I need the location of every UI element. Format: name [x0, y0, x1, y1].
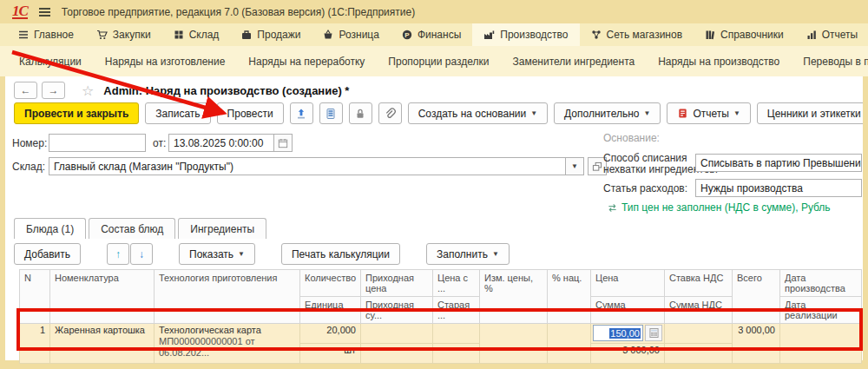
cell-n[interactable]: 1: [20, 324, 50, 364]
expense-item-input[interactable]: Нужды производства: [695, 179, 862, 197]
more-actions-button[interactable]: Дополнительно▼: [554, 102, 661, 124]
cell-quantity[interactable]: 20,000: [300, 324, 361, 344]
menu-item-store-network[interactable]: Сеть магазинов: [580, 23, 694, 46]
cell-price-change[interactable]: [480, 324, 548, 364]
calendar-button[interactable]: [273, 134, 293, 152]
calendar-icon: [278, 138, 288, 148]
submenu-item-production-transfers[interactable]: Переводы в производство: [803, 56, 868, 68]
cell-incoming-sum[interactable]: [361, 344, 433, 364]
fill-button[interactable]: Заполнить▼: [426, 243, 510, 265]
post-button[interactable]: Провести: [217, 102, 284, 124]
cell-technology[interactable]: Технологическая картаМП0000000000001 от …: [155, 324, 300, 364]
cart-icon: [96, 30, 108, 40]
submenu-item-cutting-proportions[interactable]: Пропорции разделки: [388, 56, 489, 68]
price-type-link[interactable]: Тип цен не заполнен (НДС в сумме), Рубль: [608, 201, 831, 214]
show-button[interactable]: Показать▼: [179, 243, 255, 265]
menu-item-catalogs[interactable]: Справочники: [694, 23, 795, 46]
price-tags-button[interactable]: Ценники и этикетки▼: [757, 102, 863, 124]
tab-dishes[interactable]: Блюда (1): [14, 218, 86, 239]
cell-production-date[interactable]: [780, 324, 862, 364]
move-down-button[interactable]: ↓: [130, 243, 153, 265]
window-title: Торговое предприятие, редакция 7.0 (Базо…: [62, 6, 415, 18]
table-toolbar: Добавить ↑ ↓ Показать▼ Печать калькуляци…: [14, 243, 510, 265]
col-production-date: Дата производства: [780, 270, 862, 297]
writeoff-method-input[interactable]: Списывать в партию Превышение: [695, 154, 862, 172]
menu-item-sales[interactable]: Продажи: [230, 23, 312, 46]
col-quantity: Количество: [300, 270, 361, 297]
forward-button[interactable]: →: [42, 82, 65, 99]
lock-icon: [354, 108, 366, 120]
print-calculation-button[interactable]: Печать калькуляции: [281, 243, 400, 265]
paperclip-icon: [384, 108, 396, 120]
attachments-icon-button[interactable]: [378, 102, 402, 124]
number-input[interactable]: [49, 134, 146, 152]
create-based-on-button[interactable]: Создать на основании▼: [408, 102, 548, 124]
window-titlebar: 1С Торговое предприятие, редакция 7.0 (Б…: [0, 0, 868, 23]
submenu-item-manufacture-orders[interactable]: Наряды на изготовление: [105, 56, 226, 68]
network-icon: [591, 30, 602, 40]
menu-item-retail[interactable]: Розница: [312, 23, 390, 46]
basis-label: Основание:: [603, 132, 660, 144]
header-row-1: N Номенклатура Технология приготовления …: [20, 270, 862, 297]
sections-menu: Главное Закупки Склад Продажи Розница P …: [0, 23, 868, 46]
col-old-price: Старая ...: [433, 297, 480, 324]
books-icon: [705, 30, 715, 40]
calculator-button[interactable]: [645, 325, 662, 341]
dropdown-caret-icon: ▼: [238, 250, 245, 258]
col-vat-sum: Сумма НДС: [665, 297, 733, 324]
move-up-button[interactable]: ↑: [107, 243, 129, 265]
cell-unit[interactable]: шт: [300, 344, 361, 364]
warehouse-input[interactable]: Главный склад (Магазин "Продукты"): [49, 157, 566, 175]
menu-item-main[interactable]: Главное: [7, 23, 85, 46]
back-button[interactable]: ←: [14, 82, 37, 99]
favorite-star-icon[interactable]: ☆: [82, 82, 94, 99]
col-sale-date: Дата реализации: [780, 297, 862, 324]
menu-item-finance[interactable]: P Финансы: [391, 23, 472, 46]
reports-button[interactable]: Отчеты▼: [667, 102, 750, 124]
tab-dish-composition[interactable]: Состав блюд: [89, 218, 175, 239]
grid-icon: [174, 30, 184, 40]
dishes-table: N Номенклатура Технология приготовления …: [19, 269, 862, 364]
submenu-item-ingredient-substitutes[interactable]: Заменители ингредиента: [512, 56, 635, 68]
cell-old-price[interactable]: [433, 344, 480, 364]
dropdown-caret-icon: ▼: [530, 109, 537, 117]
main-menu-icon[interactable]: [38, 7, 51, 17]
add-row-button[interactable]: Добавить: [14, 243, 81, 265]
lock-icon-button[interactable]: [349, 102, 372, 124]
page-title: Admin: Наряд на производство (создание) …: [103, 84, 349, 97]
menu-item-warehouse[interactable]: Склад: [162, 23, 231, 46]
submenu-item-processing-orders[interactable]: Наряды на переработку: [248, 56, 365, 68]
register-records-icon-button[interactable]: [319, 102, 343, 124]
cell-markup[interactable]: [548, 324, 591, 364]
cell-price-with[interactable]: [433, 324, 480, 344]
menu-item-production[interactable]: Производство: [472, 23, 579, 46]
finance-icon: P: [402, 30, 412, 40]
post-icon-button[interactable]: [290, 102, 313, 124]
production-submenu: Калькуляции Наряды на изготовление Наряд…: [0, 46, 868, 76]
col-price-change: Изм. цены, %: [480, 270, 548, 324]
col-sum: Сумма: [591, 297, 665, 324]
submenu-item-calculations[interactable]: Калькуляции: [19, 56, 82, 68]
basket-icon: [323, 30, 333, 40]
factory-icon: [483, 30, 495, 40]
warehouse-dropdown-button[interactable]: ▼: [565, 157, 584, 175]
cell-vat-sum[interactable]: [665, 344, 733, 364]
menu-item-purchases[interactable]: Закупки: [85, 23, 162, 46]
cell-vat-rate[interactable]: [665, 324, 733, 344]
cell-price[interactable]: 150,00: [591, 324, 665, 344]
col-markup: % нац.: [548, 270, 591, 324]
cell-nomenclature[interactable]: Жаренная картошка: [50, 324, 155, 364]
save-button[interactable]: Записать: [145, 102, 210, 124]
date-input[interactable]: 13.08.2025 0:00:00: [168, 134, 274, 152]
post-and-close-button[interactable]: Провести и закрыть: [14, 102, 139, 124]
tab-ingredients[interactable]: Ингредиенты: [178, 218, 266, 239]
submenu-item-production-orders[interactable]: Наряды на производство: [658, 56, 779, 68]
price-input[interactable]: 150,00: [593, 325, 643, 341]
cell-incoming-price[interactable]: [361, 324, 433, 344]
col-incoming-price: Приходная цена: [361, 270, 433, 297]
cell-total[interactable]: 3 000,00: [733, 324, 780, 364]
menu-item-reports[interactable]: Отчеты: [795, 23, 868, 46]
svg-text:P: P: [404, 31, 410, 39]
number-label: Номер:: [12, 137, 47, 149]
cell-sum[interactable]: 3 000,00: [591, 344, 665, 364]
